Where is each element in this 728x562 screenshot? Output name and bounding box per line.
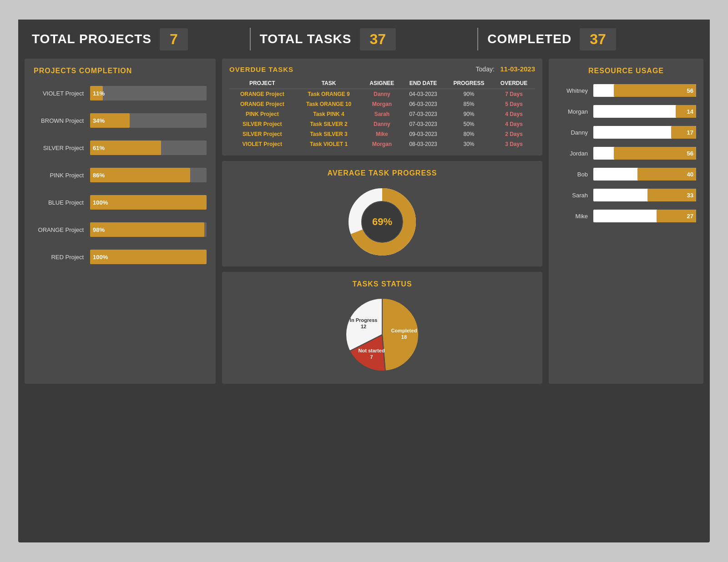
overdue-end-date: 04-03-2023 xyxy=(401,89,445,100)
resource-name-label: Jordan xyxy=(556,150,588,157)
total-tasks-value: 37 xyxy=(360,28,396,50)
bar-pct-label: 61% xyxy=(93,145,105,151)
resource-name-label: Morgan xyxy=(556,108,588,115)
resource-bar-wrap: 33 xyxy=(593,189,696,201)
resource-row: Morgan14 xyxy=(556,105,696,118)
header: TOTAL PROJECTS 7 TOTAL TASKS 37 COMPLETE… xyxy=(18,20,710,59)
pie-chart: Completed18Not started7In Progress12 xyxy=(341,294,423,376)
bar-bg xyxy=(90,86,207,100)
overdue-table-row: VIOLET ProjectTask VIOLET 1Morgan08-03-2… xyxy=(229,139,535,149)
overdue-task: Task ORANGE 9 xyxy=(295,89,363,100)
overdue-col-header: ASIGNEE xyxy=(363,78,402,89)
resource-bar-wrap: 56 xyxy=(593,147,696,160)
overdue-project: ORANGE Project xyxy=(229,99,295,109)
bar-row: ORANGE Project98% xyxy=(34,222,207,237)
bar-row: PINK Project86% xyxy=(34,168,207,182)
bar-container: 100% xyxy=(90,195,207,210)
overdue-col-header: TASK xyxy=(295,78,363,89)
overdue-assignee: Danny xyxy=(363,119,402,129)
resource-bar-wrap: 40 xyxy=(593,168,696,181)
donut-value-text: 69% xyxy=(372,216,392,227)
bar-fill xyxy=(90,168,190,182)
overdue-assignee: Morgan xyxy=(363,99,402,109)
overdue-table-row: ORANGE ProjectTask ORANGE 10Morgan06-03-… xyxy=(229,99,535,109)
today-date: 11-03-2023 xyxy=(500,65,535,73)
overdue-days: 2 Days xyxy=(493,129,535,139)
overdue-project: SILVER Project xyxy=(229,129,295,139)
overdue-col-header: END DATE xyxy=(401,78,445,89)
today-label: Today: xyxy=(476,65,495,73)
bar-row: RED Project100% xyxy=(34,250,207,264)
avg-task-progress-section: AVERAGE TASK PROGRESS 69% xyxy=(222,161,542,266)
overdue-task: Task ORANGE 10 xyxy=(295,99,363,109)
resource-name-label: Mike xyxy=(556,213,588,220)
overdue-days: 7 Days xyxy=(493,89,535,100)
bar-label: RED Project xyxy=(34,254,84,261)
overdue-table-row: SILVER ProjectTask SILVER 2Danny07-03-20… xyxy=(229,119,535,129)
bar-label: BLUE Project xyxy=(34,199,84,206)
overdue-end-date: 09-03-2023 xyxy=(401,129,445,139)
overdue-section: OVERDUE TASKS Today: 11-03-2023 PROJECTT… xyxy=(222,59,542,156)
bar-row: VIOLET Project11% xyxy=(34,86,207,100)
bar-row: BLUE Project100% xyxy=(34,195,207,210)
resource-bar-fill xyxy=(614,84,696,97)
bar-label: ORANGE Project xyxy=(34,226,84,233)
overdue-task: Task SILVER 3 xyxy=(295,129,363,139)
overdue-task: Task VIOLET 1 xyxy=(295,139,363,149)
bars-container: VIOLET Project11%BROWN Project34%SILVER … xyxy=(34,86,207,264)
overdue-end-date: 08-03-2023 xyxy=(401,139,445,149)
total-tasks-label: TOTAL TASKS xyxy=(260,32,352,46)
total-tasks-section: TOTAL TASKS 37 xyxy=(260,28,469,50)
total-projects-value: 7 xyxy=(160,28,188,50)
right-panel: RESOURCE USAGE Whitney56Morgan14Danny17J… xyxy=(549,59,703,384)
donut-center-value: 69% xyxy=(372,216,392,228)
overdue-assignee: Sarah xyxy=(363,109,402,119)
resource-name-label: Bob xyxy=(556,171,588,178)
resource-bar-wrap: 17 xyxy=(593,126,696,139)
bar-pct-label: 34% xyxy=(93,117,105,124)
completed-label: COMPLETED xyxy=(487,32,571,46)
bar-container: 98% xyxy=(90,222,207,237)
resource-bars-container: Whitney56Morgan14Danny17Jordan56Bob40Sar… xyxy=(556,84,696,222)
overdue-progress: 90% xyxy=(445,89,493,100)
middle-panel: OVERDUE TASKS Today: 11-03-2023 PROJECTT… xyxy=(222,59,542,384)
bar-container: 86% xyxy=(90,168,207,182)
resource-row: Whitney56 xyxy=(556,84,696,97)
resource-bar-wrap: 14 xyxy=(593,105,696,118)
donut-chart: 69% xyxy=(346,186,419,258)
resource-bar-wrap: 56 xyxy=(593,84,696,97)
bar-container: 61% xyxy=(90,140,207,155)
resource-name-label: Whitney xyxy=(556,87,588,94)
tasks-status-section: TASKS STATUS Completed18Not started7In P… xyxy=(222,272,542,384)
left-panel: PROJECTS COMPLETION VIOLET Project11%BRO… xyxy=(25,59,216,384)
pie-svg: Completed18Not started7In Progress12 xyxy=(341,294,423,376)
overdue-progress: 30% xyxy=(445,139,493,149)
total-projects-label: TOTAL PROJECTS xyxy=(32,32,152,46)
resource-name-label: Sarah xyxy=(556,192,588,199)
overdue-progress: 80% xyxy=(445,129,493,139)
overdue-project: ORANGE Project xyxy=(229,89,295,100)
overdue-project: VIOLET Project xyxy=(229,139,295,149)
overdue-table-row: SILVER ProjectTask SILVER 3Mike09-03-202… xyxy=(229,129,535,139)
overdue-progress: 90% xyxy=(445,109,493,119)
overdue-assignee: Danny xyxy=(363,89,402,100)
projects-completion-title: PROJECTS COMPLETION xyxy=(34,67,207,75)
resource-name-label: Danny xyxy=(556,129,588,136)
overdue-col-header: OVERDUE xyxy=(493,78,535,89)
overdue-end-date: 07-03-2023 xyxy=(401,109,445,119)
pie-segment xyxy=(382,298,419,371)
bar-label: BROWN Project xyxy=(34,117,84,124)
overdue-end-date: 07-03-2023 xyxy=(401,119,445,129)
avg-task-progress-title: AVERAGE TASK PROGRESS xyxy=(328,169,437,177)
bar-label: PINK Project xyxy=(34,172,84,179)
overdue-table: PROJECTTASKASIGNEEEND DATEPROGRESSOVERDU… xyxy=(229,78,535,149)
completed-section: COMPLETED 37 xyxy=(487,28,696,50)
today-info: Today: 11-03-2023 xyxy=(476,65,535,73)
bar-pct-label: 100% xyxy=(93,254,108,261)
resource-usage-title: RESOURCE USAGE xyxy=(556,67,696,75)
overdue-progress: 85% xyxy=(445,99,493,109)
resource-bar-wrap: 27 xyxy=(593,210,696,222)
completed-value: 37 xyxy=(580,28,616,50)
resource-bar-value: 40 xyxy=(687,171,693,178)
bar-pct-label: 100% xyxy=(93,199,108,206)
